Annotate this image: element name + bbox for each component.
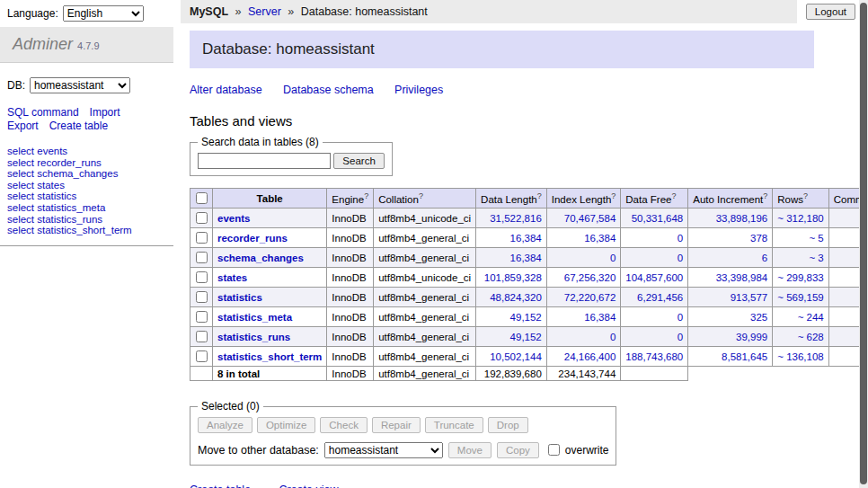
data-free-link[interactable]: 0 <box>678 253 683 263</box>
table-name-link[interactable]: states <box>217 272 247 283</box>
language-select[interactable]: English <box>63 5 144 22</box>
row-checkbox[interactable] <box>196 252 208 263</box>
create-view-link[interactable]: Create view <box>279 484 338 488</box>
analyze-button[interactable]: Analyze <box>198 417 252 433</box>
help-icon[interactable]: ? <box>803 191 808 200</box>
overwrite-checkbox[interactable] <box>548 444 560 456</box>
database-schema-link[interactable]: Database schema <box>283 84 374 96</box>
auto-increment-link[interactable]: 6 <box>762 253 767 263</box>
column-header[interactable]: Auto Increment? <box>688 189 773 209</box>
move-database-select[interactable]: homeassistant <box>324 442 443 458</box>
column-header[interactable]: Data Free? <box>621 189 688 209</box>
alter-database-link[interactable]: Alter database <box>190 84 262 96</box>
repair-button[interactable]: Repair <box>372 417 421 433</box>
table-name-link[interactable]: statistics_runs <box>217 332 290 342</box>
auto-increment-link[interactable]: 913,577 <box>731 292 768 303</box>
data-free-link[interactable]: 0 <box>678 233 683 244</box>
import-link[interactable]: Import <box>90 106 120 119</box>
rows-link[interactable]: ~ 244 <box>798 312 824 323</box>
search-button[interactable]: Search <box>333 153 384 169</box>
scrollbar-thumb[interactable] <box>860 3 867 484</box>
column-header[interactable]: Rows? <box>773 189 828 209</box>
sidebar-table-link[interactable]: select statistics_short_term <box>7 225 132 235</box>
data-free-link[interactable]: 6,291,456 <box>637 292 683 303</box>
scrollbar-track[interactable] <box>859 0 868 488</box>
rows-link[interactable]: ~ 5 <box>809 233 823 244</box>
table-name-link[interactable]: statistics_short_term <box>217 351 322 362</box>
optimize-button[interactable]: Optimize <box>257 417 315 433</box>
auto-increment-link[interactable]: 33,398,984 <box>716 272 768 283</box>
sql-command-link[interactable]: SQL command <box>7 106 79 119</box>
drop-button[interactable]: Drop <box>488 417 528 433</box>
column-header[interactable]: Engine? <box>327 189 374 209</box>
sidebar-table-link[interactable]: select statistics <box>7 191 76 201</box>
help-icon[interactable]: ? <box>671 191 676 200</box>
column-header[interactable]: Collation? <box>374 189 476 209</box>
index-length-link[interactable]: 0 <box>610 332 616 342</box>
rows-link[interactable]: ~ 628 <box>798 332 824 342</box>
data-length-link[interactable]: 16,384 <box>510 253 542 263</box>
column-header[interactable]: Index Length? <box>546 189 621 209</box>
data-length-link[interactable]: 49,152 <box>510 312 542 323</box>
table-name-link[interactable]: recorder_runs <box>217 233 288 244</box>
table-name-link[interactable]: statistics <box>217 292 262 303</box>
data-length-link[interactable]: 101,859,328 <box>484 272 542 283</box>
help-icon[interactable]: ? <box>763 191 767 200</box>
app-version[interactable]: 4.7.9 <box>77 40 99 51</box>
rows-link[interactable]: ~ 312,180 <box>777 213 823 224</box>
data-length-link[interactable]: 16,384 <box>510 233 542 244</box>
row-checkbox[interactable] <box>196 232 208 244</box>
truncate-button[interactable]: Truncate <box>425 417 483 433</box>
sidebar-table-link[interactable]: select states <box>7 180 65 191</box>
rows-link[interactable]: ~ 299,833 <box>777 272 823 283</box>
check-button[interactable]: Check <box>320 417 368 433</box>
data-length-link[interactable]: 49,152 <box>510 332 542 342</box>
help-icon[interactable]: ? <box>611 191 616 200</box>
data-free-link[interactable]: 104,857,600 <box>625 272 683 283</box>
privileges-link[interactable]: Privileges <box>394 84 443 96</box>
table-name-link[interactable]: statistics_meta <box>217 312 292 323</box>
auto-increment-link[interactable]: 33,898,196 <box>716 213 768 224</box>
row-checkbox[interactable] <box>196 311 208 323</box>
sidebar-table-link[interactable]: select events <box>7 146 67 156</box>
rows-link[interactable]: ~ 136,108 <box>777 351 823 362</box>
column-header[interactable]: Table <box>213 189 327 209</box>
data-free-link[interactable]: 50,331,648 <box>632 213 684 224</box>
data-free-link[interactable]: 0 <box>678 312 683 323</box>
index-length-link[interactable]: 0 <box>610 253 616 263</box>
index-length-link[interactable]: 16,384 <box>584 233 616 244</box>
db-select[interactable]: homeassistant <box>30 77 130 93</box>
export-link[interactable]: Export <box>7 120 39 132</box>
row-checkbox[interactable] <box>196 350 208 362</box>
index-length-link[interactable]: 24,166,400 <box>564 351 616 362</box>
help-icon[interactable]: ? <box>364 191 368 200</box>
data-free-link[interactable]: 188,743,680 <box>625 351 683 362</box>
row-checkbox[interactable] <box>196 212 208 224</box>
sidebar-table-link[interactable]: select schema_changes <box>7 168 118 179</box>
data-length-link[interactable]: 31,522,816 <box>490 213 542 224</box>
move-button[interactable]: Move <box>448 442 492 458</box>
data-length-link[interactable]: 10,502,144 <box>490 351 542 362</box>
help-icon[interactable]: ? <box>419 191 423 200</box>
row-checkbox[interactable] <box>196 271 208 283</box>
breadcrumb-server-link[interactable]: Server <box>248 5 281 18</box>
row-checkbox[interactable] <box>196 331 208 342</box>
create-table-link[interactable]: Create table <box>190 484 251 488</box>
auto-increment-link[interactable]: 378 <box>750 233 767 244</box>
sidebar-table-link[interactable]: select statistics_meta <box>7 202 105 213</box>
help-icon[interactable]: ? <box>537 191 542 200</box>
auto-increment-link[interactable]: 325 <box>750 312 767 323</box>
index-length-link[interactable]: 67,256,320 <box>564 272 616 283</box>
column-header[interactable]: Data Length? <box>476 189 547 209</box>
data-length-link[interactable]: 48,824,320 <box>490 292 542 303</box>
sidebar-table-link[interactable]: select recorder_runs <box>7 157 102 168</box>
index-length-link[interactable]: 16,384 <box>584 312 616 323</box>
rows-link[interactable]: ~ 569,159 <box>777 292 823 303</box>
copy-button[interactable]: Copy <box>497 442 539 458</box>
table-name-link[interactable]: schema_changes <box>217 253 304 263</box>
create-table-link-sidebar[interactable]: Create table <box>49 120 108 132</box>
index-length-link[interactable]: 72,220,672 <box>564 292 616 303</box>
index-length-link[interactable]: 70,467,584 <box>564 213 616 224</box>
search-input[interactable] <box>198 153 331 169</box>
data-free-link[interactable]: 0 <box>678 332 683 342</box>
